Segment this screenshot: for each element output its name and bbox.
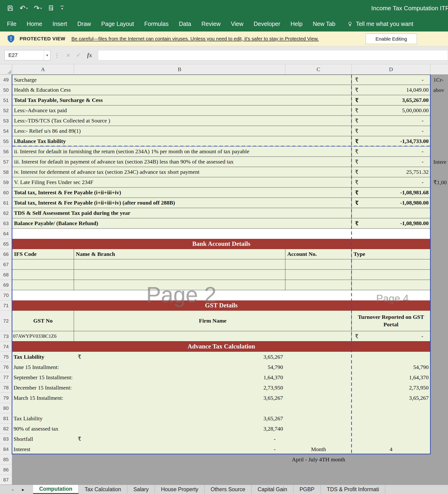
outside-area-cell[interactable] [431, 126, 448, 136]
name-box[interactable]: E27 ▾ [4, 50, 50, 61]
row-number[interactable]: 54 [0, 126, 12, 136]
cell[interactable] [74, 280, 285, 290]
cell-value-d[interactable] [352, 413, 431, 424]
cell-value-d[interactable]: 1,64,370 [352, 372, 431, 383]
row-number[interactable]: 76 [0, 362, 12, 372]
cell-value-b[interactable]: 2,73,950 [74, 383, 285, 393]
row-number[interactable]: 56 [0, 147, 12, 157]
cell-amount[interactable]: ₹25,751.32 [352, 167, 431, 177]
section-header[interactable]: GST Details [12, 300, 431, 311]
cell[interactable] [285, 259, 352, 270]
outside-area-cell[interactable] [431, 218, 448, 229]
cell[interactable] [12, 259, 74, 270]
cell-amount[interactable] [352, 208, 431, 218]
row-number[interactable]: 75 [0, 352, 12, 362]
print-preview-icon[interactable] [48, 5, 54, 12]
cell-value-b[interactable]: ₹3,65,267 [74, 352, 285, 362]
cell-amount[interactable]: ₹- [352, 157, 431, 167]
row-number[interactable]: 84 [0, 444, 12, 454]
cell-c[interactable] [285, 434, 352, 444]
outside-area-cell[interactable] [431, 95, 448, 105]
cell-label[interactable]: iv. Interest for deferment of advance ta… [12, 167, 352, 177]
ribbon-tab-data[interactable]: Data [174, 21, 196, 27]
outside-area-cell[interactable] [431, 434, 448, 444]
sheet-tab-salary[interactable]: Salary [127, 485, 155, 494]
outside-area-cell[interactable]: ₹1,00 [431, 177, 448, 187]
row-number[interactable]: 50 [0, 85, 12, 95]
cell-label[interactable]: Less:-Advance tax paid [12, 105, 352, 116]
sheet-tab-pgbp[interactable]: PGBP [294, 485, 321, 494]
cell-turnover-header[interactable]: Turnover Reported on GST Portal [352, 311, 431, 331]
outside-area-cell[interactable] [431, 187, 448, 198]
sheet-tab-computation[interactable]: Computation [33, 485, 79, 494]
outside-area-cell[interactable] [431, 352, 448, 362]
cell[interactable] [285, 280, 352, 290]
cell-c[interactable] [285, 362, 352, 372]
ribbon-tab-help[interactable]: Help [285, 21, 308, 27]
cell-value-b[interactable]: - [74, 444, 285, 454]
cell-value-d[interactable] [352, 434, 431, 444]
cell-label[interactable]: Less:- Relief u/s 86 and 89(1) [12, 126, 352, 136]
ribbon-tab-file[interactable]: File [2, 21, 22, 27]
row-number[interactable]: 55 [0, 136, 12, 147]
row-number[interactable]: 53 [0, 116, 12, 126]
row-number[interactable]: 78 [0, 383, 12, 393]
outside-area-cell[interactable] [431, 167, 448, 177]
ribbon-tab-draw[interactable]: Draw [72, 21, 96, 27]
outside-area-cell[interactable] [431, 280, 448, 290]
save-icon[interactable] [7, 5, 13, 12]
cell-amount[interactable]: ₹- [352, 147, 431, 157]
cell-label[interactable]: Shortfall [12, 434, 74, 444]
sheet-nav-right-icon[interactable]: ▸ [18, 485, 28, 494]
cell-c[interactable] [285, 424, 352, 434]
outside-area-cell[interactable]: Intere [431, 157, 448, 167]
cell-amount[interactable]: ₹3,65,267.00 [352, 95, 431, 105]
row-number[interactable]: 57 [0, 157, 12, 167]
row-number[interactable]: 69 [0, 280, 12, 290]
outside-area-cell[interactable] [431, 341, 448, 352]
column-header-d[interactable]: D [352, 64, 431, 74]
cell-label[interactable]: Less:-TDS/TCS (Tax Collected at Source ) [12, 116, 352, 126]
cell-amount[interactable]: ₹14,049.00 [352, 85, 431, 95]
cell-amount[interactable]: ₹-1,08,981.68 [352, 187, 431, 198]
cell-label[interactable]: Total tax, Interest & Fee Payable (i+ii+… [12, 187, 352, 198]
formula-input[interactable] [98, 50, 448, 61]
cell-value-b[interactable]: ₹- [74, 434, 285, 444]
ribbon-tab-developer[interactable]: Developer [249, 21, 285, 27]
row-number[interactable]: 87 [0, 475, 12, 485]
cell-label[interactable]: i.Balance Tax liability [12, 136, 352, 147]
row-number[interactable]: 80 [0, 403, 12, 413]
cell-label[interactable]: Health & Education Cess [12, 85, 352, 95]
sheet-tab-capital-gain[interactable]: Capital Gain [251, 485, 294, 494]
cell-c[interactable] [285, 413, 352, 424]
outside-area-cell[interactable] [431, 229, 448, 239]
cell-label[interactable]: Surcharge [12, 75, 352, 85]
outside-area-cell[interactable] [431, 208, 448, 218]
cell-amount[interactable]: ₹- [352, 75, 431, 85]
row-number[interactable]: 65 [0, 239, 12, 249]
cell-c[interactable]: Month [285, 444, 352, 454]
column-header-c[interactable]: C [285, 64, 352, 74]
cell[interactable]: Type [352, 249, 431, 259]
ribbon-tab-new-tab[interactable]: New Tab [308, 21, 340, 27]
sheet-tab-tax-calculation[interactable]: Tax Calculation [79, 485, 127, 494]
empty-row-cells[interactable] [12, 229, 431, 239]
redo-icon[interactable]: ↷▾ [34, 5, 42, 12]
cell-c[interactable] [285, 352, 352, 362]
cell-value-d[interactable]: 3,65,267 [352, 393, 431, 403]
row-number[interactable]: 59 [0, 177, 12, 187]
cell-value-d[interactable]: 2,73,950 [352, 383, 431, 393]
ribbon-tab-formulas[interactable]: Formulas [139, 21, 174, 27]
cell-amount[interactable]: ₹- [352, 126, 431, 136]
outside-area-cell[interactable] [431, 424, 448, 434]
row-number[interactable]: 60 [0, 187, 12, 198]
row-number[interactable]: 79 [0, 393, 12, 403]
empty-row-cells[interactable] [12, 290, 431, 300]
row-number[interactable]: 51 [0, 95, 12, 105]
outside-area-cell[interactable] [431, 105, 448, 116]
cell-label[interactable]: TDS & Self Assessment Tax paid during th… [12, 208, 352, 218]
ribbon-tab-insert[interactable]: Insert [47, 21, 72, 27]
cell-turnover-amount[interactable]: ₹- [352, 331, 431, 341]
cell-label[interactable]: Total tax, Interest & Fee Payable (i+ii+… [12, 198, 352, 208]
cell-c[interactable] [285, 403, 352, 413]
